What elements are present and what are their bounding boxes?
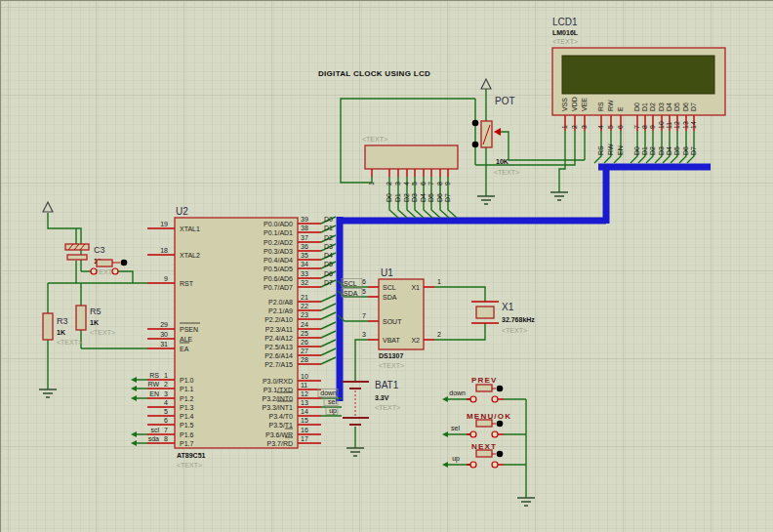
button-terminal[interactable] — [492, 431, 498, 437]
u2-pin-name: P2.4/A12 — [264, 335, 293, 342]
r5-value: 1K — [90, 319, 99, 326]
schematic-title: DIGITAL CLOCK USING LCD — [318, 69, 430, 78]
lcd-net: EN — [617, 145, 624, 155]
u1-pin-name: SCL — [383, 284, 396, 291]
lcd-placeholder: <TEXT> — [552, 38, 578, 45]
u1-part: DS1307 — [379, 352, 403, 359]
lcd-pin-name: D6 — [682, 102, 689, 111]
header-net: D4 — [420, 193, 427, 202]
lcd-pin-num: 12 — [673, 121, 680, 129]
x1-body[interactable] — [476, 307, 494, 318]
lcd-pin-name: D1 — [641, 102, 648, 111]
u2-pin-num: 36 — [301, 243, 308, 250]
schematic-canvas[interactable]: U2 AT89C51 <TEXT> XTAL1 XTAL2 RST PSEN A… — [0, 0, 773, 532]
u2-pin-num: 14 — [301, 408, 308, 415]
header-pin-num: 5 — [411, 182, 418, 185]
lcd-net: RS — [597, 145, 604, 155]
button-actuator[interactable] — [497, 451, 504, 458]
u2-pin-name: P0.5/AD5 — [264, 266, 293, 272]
u2-pin-name: P1.7 — [180, 440, 194, 447]
u2-pin-num: 8 — [164, 435, 168, 442]
x1-ref: X1 — [502, 302, 514, 312]
r3-value: 1K — [57, 329, 65, 336]
net-label-scl: SCL — [344, 280, 357, 287]
header-pin-num: 7 — [427, 182, 434, 185]
u2-pin-name: P0.2/AD2 — [264, 239, 293, 246]
header-pin-num: 2 — [386, 182, 392, 185]
r3-ref: R3 — [57, 316, 68, 326]
u2-pin-name: P2.0/A8 — [268, 299, 293, 306]
lcd-pin-name: VSS — [561, 98, 568, 111]
u2-pin-name: P3.2/INT0 — [262, 395, 293, 402]
button-terminal[interactable] — [470, 431, 476, 437]
lcd-net: D1 — [641, 146, 648, 155]
header-net: D6 — [436, 193, 443, 202]
net-label-rs: RS — [149, 372, 159, 379]
r5-resistor[interactable] — [76, 306, 86, 330]
u2-pin-num: 31 — [160, 341, 168, 348]
lcd-net: D3 — [658, 146, 665, 155]
u1-pin-name: SDA — [383, 294, 397, 301]
u1-pin-name: X1 — [411, 284, 420, 291]
u2-pin-name: P0.4/AD4 — [264, 257, 293, 264]
net-label-scl: scl — [150, 427, 159, 433]
u2-pin-num: 24 — [301, 321, 308, 328]
button-terminal[interactable] — [492, 396, 498, 402]
u2-pin-num: 19 — [160, 221, 168, 227]
button-cap[interactable] — [476, 385, 492, 391]
reset-button-cap[interactable] — [97, 260, 112, 266]
header-net: D3 — [411, 193, 418, 202]
net-label-en: EN — [149, 390, 159, 397]
x1-placeholder: <TEXT> — [502, 327, 527, 334]
u2-pin-name: PSEN — [180, 326, 198, 333]
u2-pin-num: 18 — [160, 247, 168, 254]
pot-placeholder: <TEXT> — [494, 169, 519, 176]
lcd-pin-num: 5 — [607, 125, 614, 129]
lcd-pin-num: 2 — [571, 125, 578, 129]
button-terminal[interactable] — [470, 462, 476, 468]
u2-pin-name: P0.3/AD3 — [264, 248, 293, 255]
c3-ref: C3 — [94, 245, 105, 255]
c3-capacitor-plate[interactable] — [67, 255, 87, 260]
lcd-part: LM016L — [552, 29, 579, 36]
net-label-d7: D7 — [324, 279, 333, 286]
u2-pin-num: 5 — [164, 408, 168, 415]
button-actuator[interactable] — [497, 421, 504, 428]
u2-pin-name: P2.5/A13 — [264, 344, 293, 350]
u2-pin-name: P3.3/INT1 — [262, 404, 293, 411]
reset-button-terminal[interactable] — [91, 268, 97, 274]
net-label-sel: sel — [328, 398, 337, 405]
u2-pin-name: P1.0 — [180, 377, 194, 384]
u2-pin-name: P1.5 — [180, 422, 194, 429]
net-label-d3: D3 — [324, 243, 333, 250]
u2-pin-name: P3.4/T0 — [268, 413, 293, 420]
r3-resistor[interactable] — [43, 313, 53, 340]
button-terminal[interactable] — [492, 462, 498, 468]
button-actuator[interactable] — [497, 386, 504, 392]
button-terminal[interactable] — [470, 396, 476, 402]
lcd-pin-num: 11 — [666, 122, 672, 129]
header-body[interactable] — [365, 145, 458, 169]
net-label-sda: sda — [148, 435, 159, 442]
u2-pin-num: 9 — [164, 275, 168, 282]
lcd-pin-name: RW — [607, 100, 614, 111]
u2-pin-name: P1.4 — [180, 413, 194, 420]
reset-button-terminal[interactable] — [112, 268, 118, 274]
lcd-pin-num: 9 — [649, 125, 656, 129]
reset-button-actuator[interactable] — [121, 260, 128, 266]
net-label-down: down — [320, 389, 337, 396]
header-net: D7 — [444, 193, 451, 202]
button-cap[interactable] — [476, 420, 492, 427]
lcd-pin-num: 4 — [597, 125, 604, 129]
header-pin-num: 9 — [444, 182, 451, 185]
button-cap[interactable] — [476, 450, 492, 457]
u2-pin-num: 28 — [301, 356, 308, 363]
header-pin-num: 6 — [420, 182, 427, 185]
header-pin-num: 4 — [403, 182, 410, 185]
net-label-d1: D1 — [324, 225, 333, 231]
u2-pin-name: P2.6/A14 — [264, 352, 293, 359]
lcd-pin-name: D3 — [658, 102, 665, 111]
u2-pin-name: P0.6/AD6 — [264, 275, 293, 282]
junction-dot — [472, 120, 479, 127]
u2-pin-name: P0.0/AD0 — [264, 221, 293, 227]
